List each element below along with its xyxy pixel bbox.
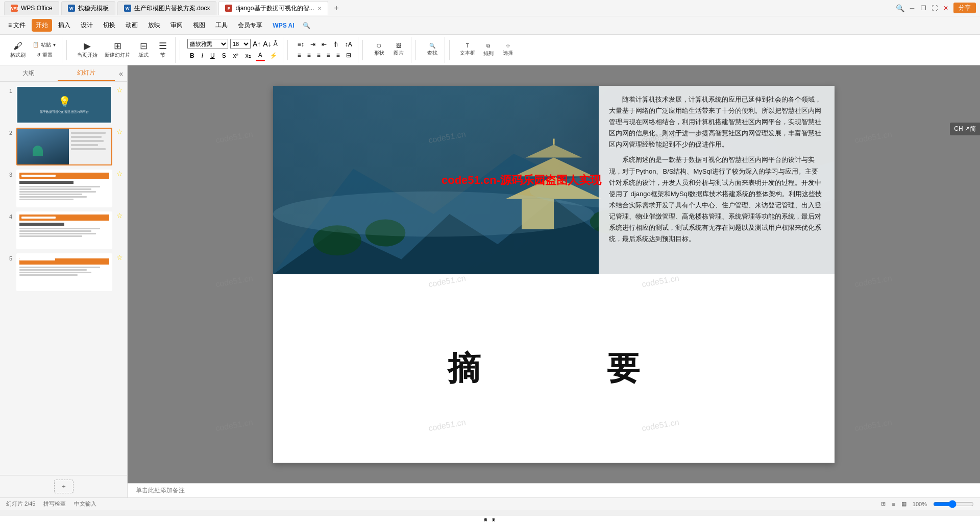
bold-button[interactable]: B	[187, 51, 197, 60]
menu-insert[interactable]: 插入	[54, 19, 75, 32]
slide-thumb-2[interactable]: 摘 要	[16, 128, 112, 165]
zoom-slider[interactable]	[933, 500, 974, 508]
new-slide-button[interactable]: ⊞ 新建幻灯片	[102, 39, 133, 61]
slide-canvas: code51.cn-源码乐园盗图人实现 随着计算机技术发展，计算机系统的应用已延…	[128, 65, 980, 483]
slide-item-4[interactable]: 4 ☆	[4, 211, 123, 249]
italic-button[interactable]: I	[199, 51, 206, 60]
format-brush-button[interactable]: 🖌 格式刷	[7, 39, 29, 61]
slide-thumb-1[interactable]: 💡 基于数据可视化的智慧社区内网平台	[16, 86, 112, 124]
tab-add-button[interactable]: +	[330, 2, 343, 15]
paste-dropdown-icon[interactable]: ▾	[53, 42, 56, 47]
menu-view[interactable]: 视图	[189, 19, 209, 32]
menu-file[interactable]: ≡ 文件	[4, 19, 30, 32]
slide-page[interactable]: code51.cn-源码乐园盗图人实现 随着计算机技术发展，计算机系统的应用已延…	[273, 86, 835, 463]
sidebar-collapse-button[interactable]: «	[115, 67, 127, 80]
fullscreen-button[interactable]: ⛶	[931, 5, 938, 12]
vertical-align-button[interactable]: ⊟	[344, 51, 354, 60]
underline-button[interactable]: U	[208, 51, 217, 60]
slide-4-header-title	[21, 217, 56, 219]
menu-membership[interactable]: 会员专享	[234, 19, 266, 32]
view-normal-button[interactable]: ⊞	[881, 501, 886, 507]
zoom-level[interactable]: 100%	[913, 501, 927, 507]
font-decrease-button[interactable]: A↓	[263, 40, 271, 48]
font-family-select[interactable]: 微软雅黑	[187, 39, 228, 49]
find-icon: 🔍	[429, 43, 435, 49]
notes-bar[interactable]: 单击此处添加备注	[128, 483, 980, 497]
strikethrough-button[interactable]: S	[219, 51, 229, 60]
ch-language-button[interactable]: CH ↗简	[950, 123, 980, 135]
distribute-button[interactable]: ≡	[334, 51, 342, 60]
slide-text-para2: 系统阐述的是一款基于数据可视化的智慧社区内网平台的设计与实现，对于Python、…	[609, 154, 824, 245]
slide-item-2[interactable]: 2	[4, 128, 123, 165]
sidebar-tab-slides[interactable]: 幻灯片	[58, 65, 115, 81]
slide-thumb-5[interactable]	[16, 253, 112, 291]
find-button[interactable]: 🔍 查找	[423, 39, 442, 61]
shape-button[interactable]: ⬡ 形状	[370, 39, 388, 61]
input-method-status[interactable]: 中文输入	[74, 500, 96, 508]
slide-item-3[interactable]: 3 ☆	[4, 170, 123, 207]
t5-line2	[19, 269, 87, 271]
highlight-button[interactable]: ⚡	[267, 51, 280, 60]
align-right-button[interactable]: ≡	[314, 51, 323, 60]
view-outline-button[interactable]: ≡	[892, 501, 895, 507]
menu-design[interactable]: 设计	[77, 19, 97, 32]
view-slide-button[interactable]: ▦	[901, 501, 906, 507]
slide-list: 1 💡 基于数据可视化的智慧社区内网平台 ☆ 2	[0, 82, 127, 475]
section-button[interactable]: ☰ 节	[154, 39, 172, 61]
clear-format-button[interactable]: Ā	[274, 40, 278, 47]
font-color-button[interactable]: A	[256, 51, 265, 61]
superscript-button[interactable]: x²	[231, 51, 241, 60]
tab-word[interactable]: W 生产印模图片替换方案.docx	[117, 1, 217, 15]
slide-item-1[interactable]: 1 💡 基于数据可视化的智慧社区内网平台 ☆	[4, 86, 123, 124]
sidebar-tab-outline[interactable]: 大纲	[0, 66, 58, 81]
tab-close-ppt[interactable]: ✕	[317, 6, 322, 11]
minimize-button[interactable]: ─	[909, 5, 916, 12]
textbox-button[interactable]: T 文本框	[457, 39, 478, 61]
line-spacing-button[interactable]: ≡↕	[295, 40, 307, 49]
star-icon-2[interactable]: ☆	[116, 128, 123, 136]
spell-check-status[interactable]: 拼写检查	[43, 500, 66, 508]
menu-transitions[interactable]: 切换	[99, 19, 119, 32]
search-toolbar-icon[interactable]: 🔍	[303, 22, 310, 29]
star-icon-4[interactable]: ☆	[116, 211, 123, 220]
star-icon-3[interactable]: ☆	[116, 170, 123, 178]
picture-button[interactable]: 🖼 图片	[389, 39, 408, 61]
outdent-button[interactable]: ⇤	[319, 40, 329, 49]
subscript-button[interactable]: x₂	[243, 51, 254, 60]
justify-button[interactable]: ≡	[324, 51, 333, 60]
play-current-button[interactable]: ▶ 当页开始	[74, 39, 101, 61]
column-button[interactable]: ⫛	[330, 40, 341, 49]
arrange-button[interactable]: ⧉ 排列	[479, 39, 498, 61]
select-button[interactable]: ⊹ 选择	[499, 39, 517, 61]
paste-button[interactable]: 📋 粘贴 ▾	[30, 40, 59, 50]
reset-button[interactable]: ↺ 重置	[30, 51, 59, 60]
menu-tools[interactable]: 工具	[211, 19, 232, 32]
tab-wps[interactable]: WPS WPS Office	[4, 1, 59, 15]
search-icon[interactable]: 🔍	[896, 4, 904, 12]
menu-animation[interactable]: 动画	[121, 19, 142, 32]
slide-thumb-4[interactable]	[16, 211, 112, 249]
menu-start[interactable]: 开始	[32, 19, 52, 32]
indent-button[interactable]: ⇥	[308, 40, 318, 49]
slide-item-5[interactable]: 5 ☆	[4, 253, 123, 291]
restore-button[interactable]: ❐	[920, 5, 927, 12]
menu-review[interactable]: 审阅	[166, 19, 187, 32]
add-slide-button[interactable]: ＋	[54, 480, 74, 493]
textbox-icon: T	[466, 43, 469, 49]
layout-button[interactable]: ⊟ 版式	[134, 39, 153, 61]
tab-ppt[interactable]: P django基于数据可视化的智... ✕	[218, 1, 328, 15]
close-button[interactable]: ✕	[942, 5, 949, 12]
font-increase-button[interactable]: A↑	[253, 40, 261, 48]
font-size-select[interactable]: 18	[230, 39, 251, 49]
section-icon: ☰	[159, 41, 167, 51]
tab-template[interactable]: W 找稳壳模板	[61, 1, 115, 15]
align-left-button[interactable]: ≡	[295, 51, 304, 60]
menu-slideshow[interactable]: 放映	[144, 19, 164, 32]
star-icon-1[interactable]: ☆	[116, 86, 123, 94]
menu-wps-ai[interactable]: WPS AI	[268, 20, 298, 31]
text-dir-button[interactable]: ↕A	[342, 40, 355, 49]
align-center-button[interactable]: ≡	[305, 51, 313, 60]
star-icon-5[interactable]: ☆	[116, 253, 123, 261]
share-button[interactable]: 分享	[953, 3, 976, 13]
slide-thumb-3[interactable]	[16, 170, 112, 207]
